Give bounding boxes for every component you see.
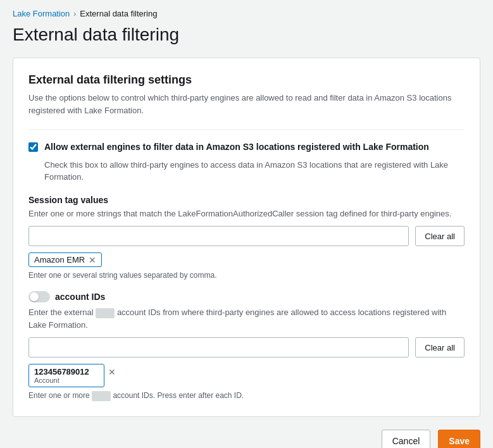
settings-card: External data filtering settings Use the… bbox=[13, 58, 480, 417]
session-tag-input-row: Clear all bbox=[28, 226, 465, 246]
session-tag-input[interactable] bbox=[28, 226, 409, 246]
breadcrumb-current: External data filtering bbox=[80, 9, 157, 18]
amazon-emr-chip-close[interactable]: ✕ bbox=[89, 256, 96, 264]
session-tag-clear-all-button[interactable]: Clear all bbox=[415, 226, 465, 246]
account-chip-close[interactable]: ✕ bbox=[108, 368, 116, 376]
cancel-button[interactable]: Cancel bbox=[382, 430, 431, 448]
breadcrumb: Lake Formation › External data filtering bbox=[0, 0, 493, 25]
account-ids-section: account IDs Enter the external account I… bbox=[28, 291, 465, 401]
card-title: External data filtering settings bbox=[28, 73, 465, 87]
account-ids-helper-text: Enter one or more bbox=[28, 391, 90, 400]
account-chip-id: 123456789012 bbox=[34, 367, 99, 376]
footer: Cancel Save bbox=[0, 417, 493, 448]
card-description: Use the options below to control which t… bbox=[28, 92, 465, 116]
account-ids-helper-suffix: account IDs. Press enter after each ID. bbox=[113, 391, 244, 400]
account-chip: 123456789012 Account bbox=[28, 364, 104, 387]
account-ids-helper-grey bbox=[92, 391, 111, 401]
breadcrumb-separator: › bbox=[73, 9, 76, 18]
amazon-emr-chip-label: Amazon EMR bbox=[34, 255, 85, 264]
save-button[interactable]: Save bbox=[438, 430, 480, 448]
account-ids-input[interactable] bbox=[28, 337, 409, 358]
session-tag-hint: Enter one or more strings that match the… bbox=[28, 208, 465, 220]
account-ids-toggle-row: account IDs bbox=[28, 291, 465, 302]
account-ids-hint: Enter the external account IDs from wher… bbox=[28, 306, 465, 331]
account-ids-hint-grey bbox=[96, 308, 115, 318]
breadcrumb-lake-formation-link[interactable]: Lake Formation bbox=[13, 9, 70, 18]
account-ids-clear-all-button[interactable]: Clear all bbox=[415, 337, 465, 358]
account-chip-label: Account bbox=[34, 376, 99, 384]
account-ids-hint-prefix: Enter the external bbox=[28, 308, 94, 317]
allow-external-engines-checkbox[interactable] bbox=[28, 142, 38, 152]
session-tag-label: Session tag values bbox=[28, 195, 465, 205]
account-ids-input-row: Clear all bbox=[28, 337, 465, 358]
allow-external-engines-row: Allow external engines to filter data in… bbox=[28, 141, 465, 154]
account-ids-toggle-label: account IDs bbox=[55, 292, 105, 302]
divider-1 bbox=[28, 129, 465, 130]
session-tag-helper: Enter one or several string values separ… bbox=[28, 271, 465, 280]
session-tag-section: Session tag values Enter one or more str… bbox=[28, 195, 465, 280]
account-ids-toggle[interactable] bbox=[28, 291, 50, 302]
amazon-emr-chip: Amazon EMR ✕ bbox=[28, 252, 102, 267]
account-chip-row: 123456789012 Account ✕ bbox=[28, 364, 465, 387]
page-title: External data filtering bbox=[0, 25, 493, 58]
allow-external-engines-label[interactable]: Allow external engines to filter data in… bbox=[44, 141, 429, 154]
account-ids-helper: Enter one or more account IDs. Press ent… bbox=[28, 391, 465, 401]
session-tag-chips: Amazon EMR ✕ bbox=[28, 252, 465, 267]
allow-external-engines-desc: Check this box to allow third-party engi… bbox=[44, 159, 465, 184]
